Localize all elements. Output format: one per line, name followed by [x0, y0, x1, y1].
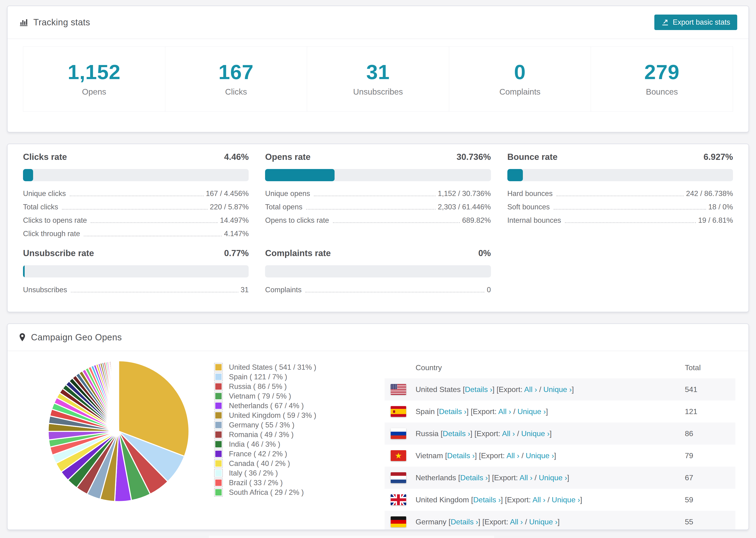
details-link[interactable]: Details ›	[465, 385, 492, 394]
legend-label: Germany ( 55 / 3% )	[229, 421, 295, 429]
legend-swatch	[214, 392, 223, 401]
legend-item-united-states[interactable]: United States ( 541 / 31% )	[214, 362, 341, 372]
export-unique-link[interactable]: Unique ›	[517, 407, 546, 416]
dotted-leader	[565, 222, 696, 223]
export-all-link[interactable]: All ›	[502, 429, 515, 438]
pie-legend: United States ( 541 / 31% ) Spain ( 121 …	[214, 362, 341, 497]
country-name: Russia	[415, 429, 439, 438]
map-marker-icon	[19, 333, 26, 342]
table-row: Spain [Details ›] [Export: All › / Uniqu…	[385, 401, 735, 422]
legend-item-canada[interactable]: Canada ( 40 / 2% )	[214, 459, 341, 468]
rate-section-bounce: Bounce rate 6.927% Hard bounces 242 / 86…	[507, 152, 733, 238]
legend-item-netherlands[interactable]: Netherlands ( 67 / 4% )	[214, 401, 341, 410]
metric-value: 167 / 4.456%	[206, 189, 249, 198]
legend-item-italy[interactable]: Italy ( 36 / 2% )	[214, 468, 341, 478]
progress-fill	[507, 169, 523, 181]
legend-item-france[interactable]: France ( 42 / 2% )	[214, 449, 341, 459]
details-link[interactable]: Details ›	[473, 496, 501, 504]
legend-item-germany[interactable]: Germany ( 55 / 3% )	[214, 420, 341, 430]
legend-item-south-africa[interactable]: South Africa ( 29 / 2% )	[214, 488, 341, 497]
legend-item-united-kingdom[interactable]: United Kingdom ( 59 / 3% )	[214, 410, 341, 420]
export-unique-link[interactable]: Unique ›	[529, 517, 558, 526]
details-link[interactable]: Details ›	[460, 473, 488, 482]
progress-bar	[265, 169, 491, 181]
details-link[interactable]: Details ›	[443, 429, 470, 438]
dotted-leader	[70, 195, 203, 196]
country-cell: Netherlands [Details ›] [Export: All › /…	[415, 473, 685, 482]
metric-value: 4.147%	[224, 230, 249, 238]
country-name: Spain	[415, 407, 435, 416]
country-cell: United Kingdom [Details ›] [Export: All …	[415, 496, 685, 504]
stat-box-opens: 1,152 Opens	[23, 46, 165, 112]
rates-grid: Clicks rate 4.46% Unique clicks 167 / 4.…	[23, 152, 733, 294]
export-all-link[interactable]: All ›	[498, 407, 511, 416]
legend-label: Romania ( 49 / 3% )	[229, 430, 294, 439]
details-link[interactable]: Details ›	[447, 452, 475, 460]
legend-swatch	[214, 421, 223, 429]
metric-label: Click through rate	[23, 230, 80, 238]
legend-item-vietnam[interactable]: Vietnam ( 79 / 5% )	[214, 391, 341, 401]
legend-item-india[interactable]: India ( 46 / 3% )	[214, 439, 341, 449]
country-cell: Germany [Details ›] [Export: All › / Uni…	[415, 517, 685, 526]
legend-item-russia[interactable]: Russia ( 86 / 5% )	[214, 382, 341, 391]
export-unique-link[interactable]: Unique ›	[526, 452, 554, 460]
progress-fill	[23, 169, 33, 181]
legend-swatch	[214, 488, 223, 497]
metric-value: 19 / 6.81%	[698, 216, 733, 225]
export-button-label: Export basic stats	[673, 18, 730, 27]
column-header-total: Total	[685, 363, 735, 372]
tracking-stats-card: Tracking stats Export basic stats 1,152 …	[7, 6, 749, 133]
metric-label: Total clicks	[23, 203, 58, 211]
rate-title: Unsubscribe rate	[23, 248, 94, 258]
legend-label: Netherlands ( 67 / 4% )	[229, 402, 304, 410]
dotted-leader	[62, 209, 207, 210]
rate-value: 0.77%	[224, 248, 249, 258]
metric-row: Unique opens 1,152 / 30.736%	[265, 185, 491, 198]
legend-item-spain[interactable]: Spain ( 121 / 7% )	[214, 372, 341, 382]
export-all-link[interactable]: All ›	[532, 496, 545, 504]
total-cell: 541	[685, 385, 735, 394]
legend-label: France ( 42 / 2% )	[229, 450, 287, 458]
export-all-link[interactable]: All ›	[510, 517, 523, 526]
summary-stats-row: 1,152 Opens 167 Clicks 31 Unsubscribes 0…	[23, 46, 733, 112]
total-cell: 59	[685, 496, 735, 504]
stat-label: Clicks	[225, 87, 247, 96]
flag-nl-icon	[391, 472, 406, 483]
metric-label: Soft bounces	[507, 203, 550, 211]
metric-row: Opens to clicks rate 689.82%	[265, 211, 491, 225]
metric-label: Unique opens	[265, 189, 310, 198]
stat-label: Opens	[82, 87, 106, 96]
rate-section-opens: Opens rate 30.736% Unique opens 1,152 / …	[265, 152, 491, 238]
metric-row: Complaints 0	[265, 281, 491, 294]
export-all-link[interactable]: All ›	[524, 385, 537, 394]
export-basic-stats-button[interactable]: Export basic stats	[654, 15, 737, 30]
total-cell: 79	[685, 452, 735, 460]
export-all-link[interactable]: All ›	[519, 473, 532, 482]
rate-value: 30.736%	[457, 152, 491, 162]
legend-label: United Kingdom ( 59 / 3% )	[229, 411, 316, 420]
export-unique-link[interactable]: Unique ›	[543, 385, 572, 394]
table-row: Vietnam [Details ›] [Export: All › / Uni…	[385, 445, 735, 467]
details-link[interactable]: Details ›	[439, 407, 466, 416]
metric-value: 14.497%	[220, 216, 249, 225]
legend-label: Spain ( 121 / 7% )	[229, 373, 287, 381]
legend-item-brazil[interactable]: Brazil ( 33 / 2% )	[214, 478, 341, 488]
country-cell: United States [Details ›] [Export: All ›…	[415, 385, 685, 394]
legend-item-romania[interactable]: Romania ( 49 / 3% )	[214, 430, 341, 439]
export-all-link[interactable]: All ›	[507, 452, 519, 460]
legend-label: Brazil ( 33 / 2% )	[229, 479, 283, 487]
total-cell: 121	[685, 407, 735, 416]
progress-fill	[265, 169, 334, 181]
export-unique-link[interactable]: Unique ›	[552, 496, 580, 504]
export-unique-link[interactable]: Unique ›	[521, 429, 550, 438]
dotted-leader	[557, 195, 684, 196]
metric-value: 1,152 / 30.736%	[438, 189, 491, 198]
export-unique-link[interactable]: Unique ›	[539, 473, 567, 482]
metric-value: 689.82%	[462, 216, 491, 225]
details-link[interactable]: Details ›	[451, 517, 478, 526]
legend-swatch	[214, 363, 223, 372]
legend-label: Canada ( 40 / 2% )	[229, 459, 290, 468]
metric-label: Unique clicks	[23, 189, 66, 198]
metric-value: 31	[241, 286, 249, 294]
metric-label: Complaints	[265, 286, 301, 294]
